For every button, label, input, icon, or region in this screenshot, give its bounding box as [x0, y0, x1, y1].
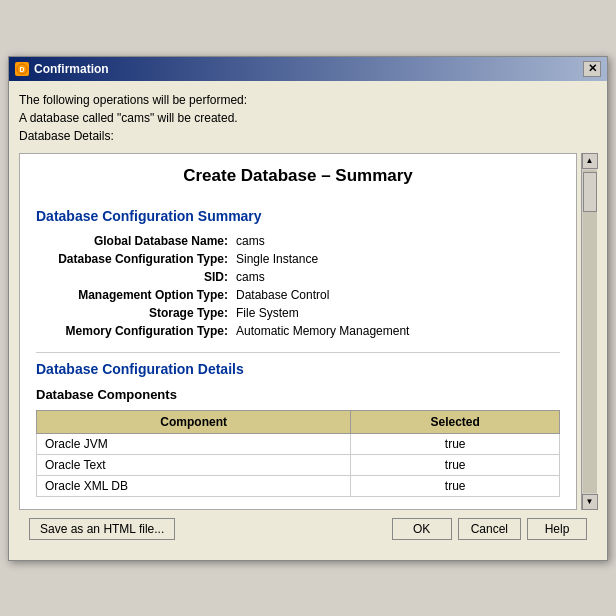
col-header-component: Component — [37, 410, 351, 433]
scroll-up-button[interactable]: ▲ — [582, 153, 598, 169]
config-section-title: Database Configuration Summary — [36, 208, 560, 224]
message-line3: Database Details: — [19, 127, 597, 145]
bottom-bar: Save as an HTML file... OK Cancel Help — [19, 510, 597, 550]
scrollbar-track[interactable] — [583, 170, 597, 493]
save-html-button[interactable]: Save as an HTML file... — [29, 518, 175, 540]
config-value: cams — [236, 234, 265, 248]
components-table: Component Selected Oracle JVMtrueOracle … — [36, 410, 560, 497]
window-icon: D — [15, 62, 29, 76]
config-label: Memory Configuration Type: — [36, 324, 236, 338]
confirmation-dialog: D Confirmation ✕ The following operation… — [8, 56, 608, 561]
cancel-button[interactable]: Cancel — [458, 518, 521, 540]
component-selected: true — [351, 475, 560, 496]
config-row: Management Option Type:Database Control — [36, 288, 560, 302]
component-name: Oracle Text — [37, 454, 351, 475]
config-label: Global Database Name: — [36, 234, 236, 248]
bottom-buttons: OK Cancel Help — [392, 518, 587, 540]
title-bar: D Confirmation ✕ — [9, 57, 607, 81]
col-header-selected: Selected — [351, 410, 560, 433]
main-title: Create Database – Summary — [36, 166, 560, 194]
inner-content: Create Database – Summary Database Confi… — [20, 154, 576, 509]
scrollbar-thumb[interactable] — [583, 172, 597, 212]
scroll-down-button[interactable]: ▼ — [582, 494, 598, 510]
config-value: Database Control — [236, 288, 329, 302]
config-label: SID: — [36, 270, 236, 284]
message-line1: The following operations will be perform… — [19, 91, 597, 109]
window-title: Confirmation — [34, 62, 578, 76]
component-selected: true — [351, 454, 560, 475]
config-table: Global Database Name:camsDatabase Config… — [36, 234, 560, 338]
dialog-content: The following operations will be perform… — [9, 81, 607, 560]
top-message: The following operations will be perform… — [19, 91, 597, 145]
config-row: Global Database Name:cams — [36, 234, 560, 248]
scroll-content: Create Database – Summary Database Confi… — [19, 153, 577, 510]
svg-text:D: D — [19, 66, 24, 73]
components-tbody: Oracle JVMtrueOracle TexttrueOracle XML … — [37, 433, 560, 496]
config-row: SID:cams — [36, 270, 560, 284]
help-button[interactable]: Help — [527, 518, 587, 540]
details-section: Database Configuration Details Database … — [36, 361, 560, 497]
main-area: Create Database – Summary Database Confi… — [19, 153, 597, 510]
close-button[interactable]: ✕ — [583, 61, 601, 77]
component-name: Oracle XML DB — [37, 475, 351, 496]
config-value: cams — [236, 270, 265, 284]
table-row: Oracle JVMtrue — [37, 433, 560, 454]
config-label: Management Option Type: — [36, 288, 236, 302]
config-label: Storage Type: — [36, 306, 236, 320]
table-row: Oracle Texttrue — [37, 454, 560, 475]
details-section-title: Database Configuration Details — [36, 361, 560, 377]
config-value: File System — [236, 306, 299, 320]
config-value: Automatic Memory Management — [236, 324, 409, 338]
component-name: Oracle JVM — [37, 433, 351, 454]
components-title: Database Components — [36, 387, 560, 402]
config-label: Database Configuration Type: — [36, 252, 236, 266]
section-divider — [36, 352, 560, 353]
config-row: Database Configuration Type:Single Insta… — [36, 252, 560, 266]
config-row: Memory Configuration Type:Automatic Memo… — [36, 324, 560, 338]
message-line2: A database called "cams" will be created… — [19, 109, 597, 127]
config-row: Storage Type:File System — [36, 306, 560, 320]
component-selected: true — [351, 433, 560, 454]
scrollbar[interactable]: ▲ ▼ — [581, 153, 597, 510]
table-row: Oracle XML DBtrue — [37, 475, 560, 496]
ok-button[interactable]: OK — [392, 518, 452, 540]
config-value: Single Instance — [236, 252, 318, 266]
